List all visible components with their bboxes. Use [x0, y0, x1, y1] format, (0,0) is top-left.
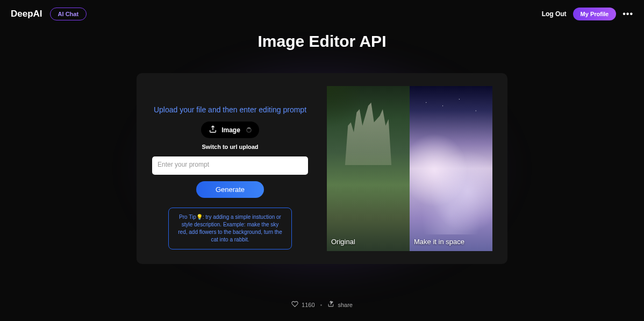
- pro-tip-box: Pro Tip💡: try adding a simple instuction…: [168, 208, 292, 249]
- heart-icon: [291, 301, 298, 309]
- main-container: Upload your file and then enter editing …: [137, 60, 507, 277]
- actions-row: 1160 • share: [0, 301, 644, 309]
- logout-link[interactable]: Log Out: [542, 10, 567, 18]
- more-menu-icon[interactable]: •••: [622, 9, 633, 19]
- preview-images: Original Make it in space: [327, 86, 495, 251]
- header-right: Log Out My Profile •••: [542, 8, 633, 20]
- logo[interactable]: DeepAI: [11, 9, 42, 19]
- header: DeepAI AI Chat Log Out My Profile •••: [0, 0, 644, 28]
- loading-spinner-icon: [246, 127, 252, 133]
- image-upload-button[interactable]: Image: [201, 122, 259, 138]
- original-label: Original: [331, 238, 355, 246]
- separator: •: [320, 302, 323, 308]
- clouds-decoration: [410, 127, 492, 235]
- edited-label: Make it in space: [414, 238, 464, 246]
- share-button[interactable]: share: [327, 301, 353, 309]
- switch-url-link[interactable]: Switch to url upload: [202, 144, 258, 150]
- generate-button[interactable]: Generate: [196, 181, 264, 198]
- page-title: Image Editor API: [0, 32, 644, 51]
- upload-icon: [209, 125, 217, 135]
- edited-image: Make it in space: [410, 86, 492, 251]
- upload-heading: Upload your file and then enter editing …: [154, 105, 306, 114]
- like-button[interactable]: 1160: [291, 301, 314, 309]
- ai-chat-button[interactable]: AI Chat: [50, 8, 87, 20]
- image-upload-label: Image: [221, 126, 240, 134]
- like-count: 1160: [302, 302, 314, 308]
- prompt-input[interactable]: [152, 156, 308, 175]
- editor-panel: Upload your file and then enter editing …: [137, 73, 507, 264]
- share-label: share: [338, 302, 353, 308]
- share-icon: [327, 301, 334, 309]
- my-profile-button[interactable]: My Profile: [573, 8, 617, 20]
- original-image: Original: [327, 86, 410, 251]
- header-left: DeepAI AI Chat: [11, 8, 87, 20]
- editor-controls: Upload your file and then enter editing …: [149, 86, 311, 251]
